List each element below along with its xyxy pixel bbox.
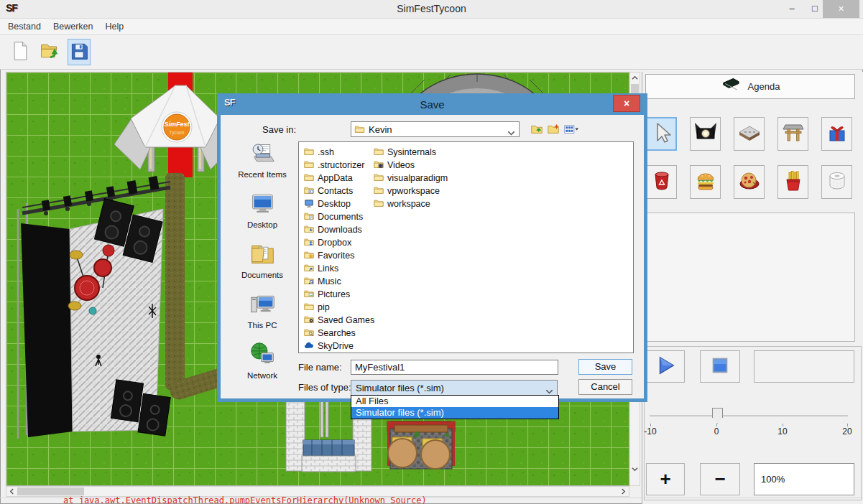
- trashcan-icon: [650, 169, 673, 195]
- file-item[interactable]: Links: [304, 262, 374, 275]
- info-panel: [645, 213, 855, 342]
- place-item-documents[interactable]: Documents: [229, 238, 295, 289]
- close-button[interactable]: ×: [823, 0, 859, 18]
- file-item[interactable]: Contacts: [304, 185, 374, 197]
- new-folder-button[interactable]: [545, 122, 560, 136]
- status-display-box: [754, 350, 854, 383]
- save-in-label: Save in:: [253, 124, 296, 135]
- folder-icon: [374, 185, 384, 197]
- agenda-button[interactable]: Agenda: [645, 74, 855, 99]
- folder-icon: [374, 146, 384, 159]
- file-item[interactable]: Documents: [304, 210, 374, 223]
- zoom-level-field[interactable]: 100%: [754, 463, 854, 495]
- tool-button-spotlight[interactable]: [690, 117, 721, 151]
- tool-row-1: [646, 117, 852, 151]
- tool-button-road[interactable]: [734, 117, 765, 151]
- file-item[interactable]: Favorites: [304, 249, 374, 262]
- pictures-icon: [304, 289, 314, 301]
- scroll-right-icon[interactable]: [619, 487, 628, 496]
- chevron-down-icon[interactable]: [545, 386, 553, 391]
- recent-items-icon: [249, 140, 276, 169]
- links-icon: [304, 263, 314, 275]
- slider-labels: -1001020: [650, 426, 855, 437]
- dialog-close-button[interactable]: ×: [613, 95, 640, 112]
- fries-icon: [782, 169, 805, 195]
- file-type-option[interactable]: Simulator files (*.sim): [351, 407, 558, 419]
- scroll-left-icon[interactable]: [7, 487, 17, 496]
- file-item[interactable]: visualparadigm: [374, 172, 448, 185]
- stop-button[interactable]: [700, 350, 740, 383]
- files-of-type-label: Files of type:: [298, 382, 351, 393]
- zoom-out-button[interactable]: −: [700, 463, 740, 495]
- file-item[interactable]: AppData: [304, 172, 374, 185]
- cancel-button[interactable]: Cancel: [578, 379, 632, 395]
- file-type-dropdown: All FilesSimulator files (*.sim): [351, 395, 559, 419]
- tool-button-trashcan[interactable]: [646, 165, 677, 199]
- save-dialog-titlebar[interactable]: SF Save: [217, 93, 647, 115]
- stop-icon: [709, 355, 731, 379]
- tool-button-fries[interactable]: [777, 165, 808, 199]
- save-button[interactable]: Save: [578, 359, 632, 375]
- folder-icon: [304, 159, 314, 172]
- agenda-book-icon: [721, 77, 741, 96]
- dialog-title: Save: [217, 98, 647, 111]
- file-item[interactable]: .structorizer: [304, 159, 374, 172]
- file-item[interactable]: Videos: [374, 159, 448, 172]
- tool-button-gate[interactable]: [777, 117, 808, 151]
- file-item[interactable]: Sysinternals: [374, 146, 448, 159]
- file-item[interactable]: Downloads: [304, 223, 374, 236]
- this-pc-icon: [249, 291, 276, 320]
- file-item[interactable]: Desktop: [304, 197, 374, 210]
- save-in-combobox[interactable]: Kevin: [351, 121, 520, 137]
- minimize-button[interactable]: –: [782, 0, 802, 18]
- music-icon: [304, 276, 314, 288]
- up-one-level-button[interactable]: [529, 122, 544, 136]
- scroll-up-icon[interactable]: [630, 73, 640, 83]
- menu-item[interactable]: Help: [105, 22, 124, 32]
- dialog-body: Save in: Kevin Recent ItemsDesktopDocume…: [221, 115, 644, 398]
- tool-button-burger[interactable]: [690, 165, 721, 199]
- tool-button-toilet-paper[interactable]: [821, 165, 852, 199]
- file-item[interactable]: workspace: [374, 197, 448, 210]
- file-list[interactable]: .ssh.structorizerAppDataContactsDesktopD…: [298, 141, 634, 353]
- videos-icon: [374, 159, 384, 172]
- file-item[interactable]: Searches: [304, 327, 374, 340]
- menu-item[interactable]: Bestand: [8, 22, 41, 32]
- file-item[interactable]: .ssh: [304, 146, 374, 159]
- place-item-recent-items[interactable]: Recent Items: [229, 138, 295, 188]
- file-item[interactable]: SkyDrive: [304, 340, 374, 353]
- chevron-down-icon[interactable]: [507, 127, 515, 133]
- place-item-desktop[interactable]: Desktop: [229, 188, 295, 238]
- file-name-input[interactable]: [351, 360, 558, 375]
- toolbar-button-new-file[interactable]: [9, 39, 32, 65]
- tool-button-gift[interactable]: [821, 117, 852, 151]
- scroll-down-icon[interactable]: [630, 465, 640, 474]
- zoom-in-button[interactable]: +: [646, 463, 685, 495]
- maximize-button[interactable]: □: [805, 0, 825, 18]
- file-item[interactable]: Pictures: [304, 288, 374, 301]
- documents-icon: [304, 211, 314, 223]
- place-item-this-pc[interactable]: This PC: [229, 289, 295, 339]
- files-of-type-combobox[interactable]: Simulator files (*.sim): [351, 380, 558, 396]
- menu-item[interactable]: Bewerken: [53, 22, 93, 32]
- saved-games-icon: [304, 314, 314, 327]
- file-item[interactable]: pip: [304, 301, 374, 314]
- file-item[interactable]: vpworkspace: [374, 185, 448, 197]
- file-type-option[interactable]: All Files: [351, 396, 558, 407]
- tool-button-pizza[interactable]: [734, 165, 765, 199]
- toolbar-button-save-file[interactable]: [68, 39, 91, 65]
- view-menu-button[interactable]: [561, 122, 581, 136]
- file-item[interactable]: Saved Games: [304, 314, 374, 327]
- file-item[interactable]: Music: [304, 275, 374, 288]
- play-button[interactable]: [646, 350, 685, 383]
- place-item-network[interactable]: Network: [229, 339, 295, 389]
- slider-thumb[interactable]: [712, 408, 723, 424]
- tool-button-select[interactable]: [646, 117, 677, 151]
- file-item[interactable]: Dropbox: [304, 236, 374, 249]
- toolbar-button-open-file[interactable]: [38, 39, 61, 65]
- slider-track[interactable]: [650, 415, 848, 416]
- play-icon: [655, 355, 676, 379]
- horizontal-scroll-thumb[interactable]: [17, 487, 84, 495]
- folder-icon: [374, 198, 384, 210]
- title-bar[interactable]: SF SimFestTycoon – □ ×: [0, 0, 863, 18]
